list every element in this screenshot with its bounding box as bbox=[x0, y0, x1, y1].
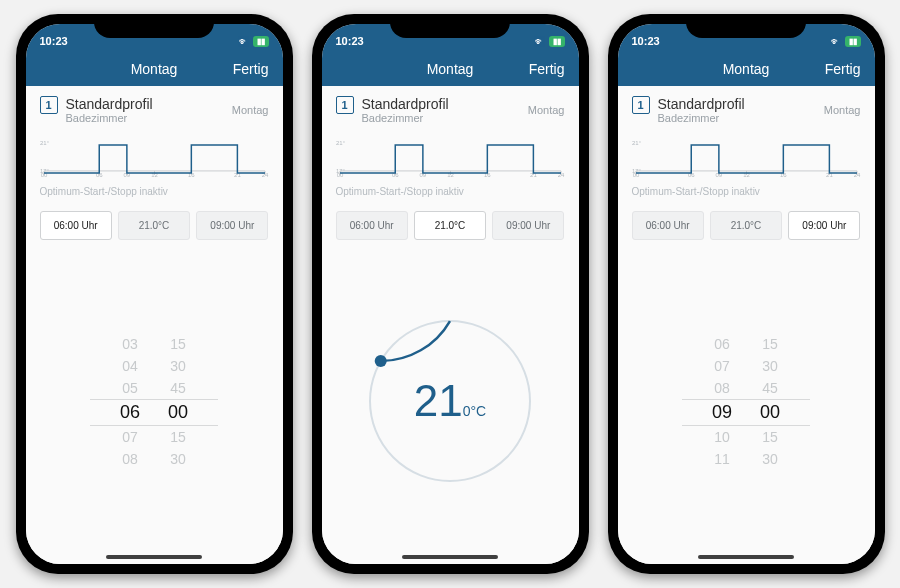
profile-room: Badezimmer bbox=[66, 112, 224, 124]
segment-tab-0[interactable]: 06:00 Uhr bbox=[632, 211, 704, 240]
profile-day: Montag bbox=[232, 104, 269, 116]
profile-title: Standardprofil bbox=[658, 96, 816, 112]
profile-room: Badezimmer bbox=[362, 112, 520, 124]
time-wheel-picker[interactable]: 030405060708 153045001530 bbox=[120, 336, 188, 467]
profile-title: Standardprofil bbox=[66, 96, 224, 112]
phone-frame-2: 10:23 ᯤ ▮▮ Montag Fertig 1 Standardprofi bbox=[608, 14, 885, 574]
battery-icon: ▮▮ bbox=[845, 36, 861, 47]
optimum-status: Optimum-Start-/Stopp inaktiv bbox=[322, 184, 579, 205]
segment-tab-0[interactable]: 06:00 Uhr bbox=[40, 211, 112, 240]
phone-frame-1: 10:23 ᯤ ▮▮ Montag Fertig 1 Standardprofi bbox=[312, 14, 589, 574]
profile-room: Badezimmer bbox=[658, 112, 816, 124]
segment-tabs: 06:00 Uhr21.0°C09:00 Uhr bbox=[618, 205, 875, 248]
profile-header: 1 Standardprofil Badezimmer Montag bbox=[26, 86, 283, 126]
status-time: 10:23 bbox=[336, 35, 364, 47]
profile-title: Standardprofil bbox=[362, 96, 520, 112]
nav-title: Montag bbox=[131, 61, 178, 77]
profile-header: 1 Standardprofil Badezimmer Montag bbox=[618, 86, 875, 126]
phone-frame-0: 10:23 ᯤ ▮▮ Montag Fertig 1 Standardprofi bbox=[16, 14, 293, 574]
nav-done-button[interactable]: Fertig bbox=[810, 61, 860, 77]
notch bbox=[390, 14, 510, 38]
wifi-icon: ᯤ bbox=[831, 36, 841, 47]
profile-day: Montag bbox=[824, 104, 861, 116]
battery-icon: ▮▮ bbox=[253, 36, 269, 47]
segment-tab-1[interactable]: 21.0°C bbox=[710, 211, 782, 240]
home-indicator[interactable] bbox=[698, 555, 794, 559]
profile-number-badge: 1 bbox=[632, 96, 650, 114]
schedule-chart: 21° 17° 00060912162124 bbox=[632, 130, 861, 178]
profile-number-badge: 1 bbox=[40, 96, 58, 114]
temperature-dial[interactable]: 210°C bbox=[365, 316, 535, 486]
notch bbox=[94, 14, 214, 38]
segment-tab-2[interactable]: 09:00 Uhr bbox=[492, 211, 564, 240]
optimum-status: Optimum-Start-/Stopp inaktiv bbox=[26, 184, 283, 205]
home-indicator[interactable] bbox=[106, 555, 202, 559]
time-wheel-picker[interactable]: 060708091011 153045001530 bbox=[712, 336, 780, 467]
segment-tab-2[interactable]: 09:00 Uhr bbox=[196, 211, 268, 240]
wheel-minutes[interactable]: 153045001530 bbox=[760, 336, 780, 467]
battery-icon: ▮▮ bbox=[549, 36, 565, 47]
schedule-chart: 21° 17° 00060912162124 bbox=[40, 130, 269, 178]
nav-done-button[interactable]: Fertig bbox=[218, 61, 268, 77]
wheel-hours[interactable]: 060708091011 bbox=[712, 336, 732, 467]
status-time: 10:23 bbox=[632, 35, 660, 47]
segment-tab-0[interactable]: 06:00 Uhr bbox=[336, 211, 408, 240]
nav-done-button[interactable]: Fertig bbox=[514, 61, 564, 77]
nav-title: Montag bbox=[427, 61, 474, 77]
notch bbox=[686, 14, 806, 38]
segment-tabs: 06:00 Uhr21.0°C09:00 Uhr bbox=[26, 205, 283, 248]
segment-tab-1[interactable]: 21.0°C bbox=[118, 211, 190, 240]
wifi-icon: ᯤ bbox=[535, 36, 545, 47]
svg-point-34 bbox=[370, 321, 530, 481]
segment-tab-2[interactable]: 09:00 Uhr bbox=[788, 211, 860, 240]
segment-tab-1[interactable]: 21.0°C bbox=[414, 211, 486, 240]
wheel-minutes[interactable]: 153045001530 bbox=[168, 336, 188, 467]
status-time: 10:23 bbox=[40, 35, 68, 47]
profile-header: 1 Standardprofil Badezimmer Montag bbox=[322, 86, 579, 126]
svg-text:21°: 21° bbox=[336, 140, 346, 146]
dial-handle[interactable] bbox=[375, 355, 387, 367]
nav-bar: Montag Fertig bbox=[618, 52, 875, 86]
svg-text:21°: 21° bbox=[632, 140, 642, 146]
home-indicator[interactable] bbox=[402, 555, 498, 559]
nav-title: Montag bbox=[723, 61, 770, 77]
wifi-icon: ᯤ bbox=[239, 36, 249, 47]
nav-bar: Montag Fertig bbox=[322, 52, 579, 86]
nav-bar: Montag Fertig bbox=[26, 52, 283, 86]
svg-text:21°: 21° bbox=[40, 140, 50, 146]
schedule-chart: 21° 17° 00060912162124 bbox=[336, 130, 565, 178]
profile-day: Montag bbox=[528, 104, 565, 116]
profile-number-badge: 1 bbox=[336, 96, 354, 114]
segment-tabs: 06:00 Uhr21.0°C09:00 Uhr bbox=[322, 205, 579, 248]
optimum-status: Optimum-Start-/Stopp inaktiv bbox=[618, 184, 875, 205]
wheel-hours[interactable]: 030405060708 bbox=[120, 336, 140, 467]
